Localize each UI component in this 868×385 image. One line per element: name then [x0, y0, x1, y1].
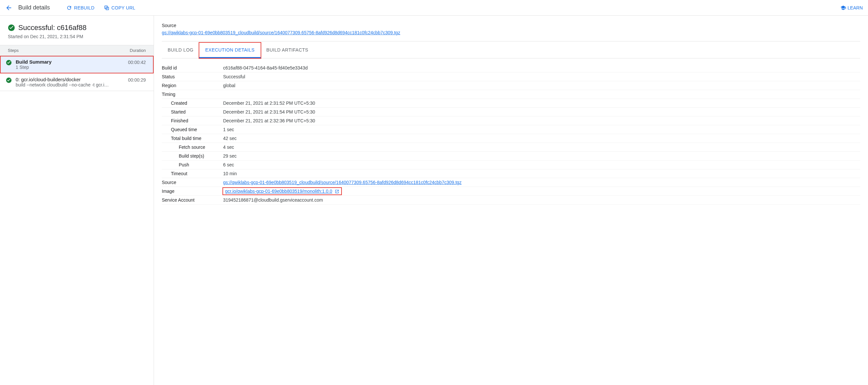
success-icon — [6, 60, 12, 66]
label-timing: Timing — [162, 92, 223, 97]
tab-build-log[interactable]: BUILD LOG — [162, 43, 199, 58]
value-queued: 1 sec — [223, 127, 860, 132]
copy-url-label: COPY URL — [112, 5, 135, 10]
left-column: Successful: c616af88 Started on Dec 21, … — [0, 16, 154, 385]
content: Successful: c616af88 Started on Dec 21, … — [0, 16, 868, 385]
label-service-account: Service Account — [162, 198, 223, 203]
steps-list: Build Summary 1 Step 00:00:42 0: gcr.io/… — [0, 56, 154, 91]
refresh-icon — [66, 5, 72, 11]
duration-col-label: Duration — [130, 48, 146, 53]
label-created: Created — [162, 100, 223, 106]
label-region: Region — [162, 83, 223, 88]
learn-icon — [840, 5, 846, 11]
success-icon — [8, 24, 15, 31]
value-finished: December 21, 2021 at 2:32:36 PM UTC+5:30 — [223, 118, 860, 123]
value-timeout: 10 min — [223, 171, 860, 176]
label-fetch: Fetch source — [162, 145, 223, 150]
page-title: Build details — [18, 4, 50, 11]
source-section: Source gs://qwiklabs-gcp-01-69e0bb803519… — [162, 16, 860, 41]
steps-header: Steps Duration — [0, 45, 154, 56]
rebuild-label: REBUILD — [74, 5, 94, 10]
open-external-icon[interactable] — [335, 189, 339, 194]
step-subtitle: build --network cloudbuild --no-cache -t… — [16, 82, 126, 87]
value-region: global — [223, 83, 860, 88]
copy-url-button[interactable]: COPY URL — [104, 5, 135, 11]
source-label: Source — [162, 23, 860, 28]
step-row[interactable]: 0: gcr.io/cloud-builders/docker build --… — [0, 73, 154, 91]
build-header: Successful: c616af88 Started on Dec 21, … — [0, 16, 154, 45]
topbar: Build details REBUILD COPY URL LEARN — [0, 0, 868, 16]
step-subtitle: 1 Step — [16, 65, 126, 70]
copy-icon — [104, 5, 110, 11]
label-finished: Finished — [162, 118, 223, 123]
learn-label: LEARN — [847, 5, 863, 10]
value-push: 6 sec — [223, 162, 860, 167]
back-button[interactable] — [5, 4, 12, 11]
value-service-account: 319452186871@cloudbuild.gserviceaccount.… — [223, 198, 860, 203]
value-total: 42 sec — [223, 136, 860, 141]
source-link[interactable]: gs://qwiklabs-gcp-01-69e0bb803519_cloudb… — [162, 30, 400, 35]
tab-execution-details[interactable]: EXECUTION DETAILS — [199, 43, 260, 58]
step-duration: 00:00:29 — [128, 77, 146, 83]
label-image: Image — [162, 188, 223, 194]
right-column: Source gs://qwiklabs-gcp-01-69e0bb803519… — [154, 16, 868, 385]
label-build-id: Build id — [162, 65, 223, 70]
label-status: Status — [162, 74, 223, 79]
step-row[interactable]: Build Summary 1 Step 00:00:42 — [0, 56, 154, 73]
value-created: December 21, 2021 at 2:31:52 PM UTC+5:30 — [223, 100, 860, 106]
details-table: Build idc616af88-0475-4164-8a45-fd40e5e3… — [162, 64, 860, 205]
value-started: December 21, 2021 at 2:31:54 PM UTC+5:30 — [223, 109, 860, 115]
label-push: Push — [162, 162, 223, 167]
step-title: 0: gcr.io/cloud-builders/docker — [16, 77, 126, 82]
label-queued: Queued time — [162, 127, 223, 132]
step-title: Build Summary — [16, 59, 126, 65]
value-image-link[interactable]: gcr.io/qwiklabs-gcp-01-69e0bb803519/mono… — [225, 188, 332, 194]
tabs: BUILD LOG EXECUTION DETAILS BUILD ARTIFA… — [162, 43, 860, 58]
steps-col-label: Steps — [8, 48, 19, 53]
value-fetch: 4 sec — [223, 145, 860, 150]
label-buildsteps: Build step(s) — [162, 153, 223, 158]
step-duration: 00:00:42 — [128, 60, 146, 65]
label-source: Source — [162, 180, 223, 185]
build-status-title: Successful: c616af88 — [18, 24, 87, 32]
label-total: Total build time — [162, 136, 223, 141]
image-highlight: gcr.io/qwiklabs-gcp-01-69e0bb803519/mono… — [223, 188, 341, 195]
label-timeout: Timeout — [162, 171, 223, 176]
success-icon — [6, 77, 12, 83]
rebuild-button[interactable]: REBUILD — [66, 5, 94, 11]
learn-button[interactable]: LEARN — [840, 5, 863, 11]
label-started: Started — [162, 109, 223, 115]
value-buildsteps: 29 sec — [223, 153, 860, 158]
value-source-link[interactable]: gs://qwiklabs-gcp-01-69e0bb803519_cloudb… — [223, 180, 462, 185]
value-status: Successful — [223, 74, 860, 79]
value-build-id: c616af88-0475-4164-8a45-fd40e5e3343d — [223, 65, 860, 70]
started-on: Started on Dec 21, 2021, 2:31:54 PM — [8, 34, 146, 39]
tab-build-artifacts[interactable]: BUILD ARTIFACTS — [260, 43, 314, 58]
